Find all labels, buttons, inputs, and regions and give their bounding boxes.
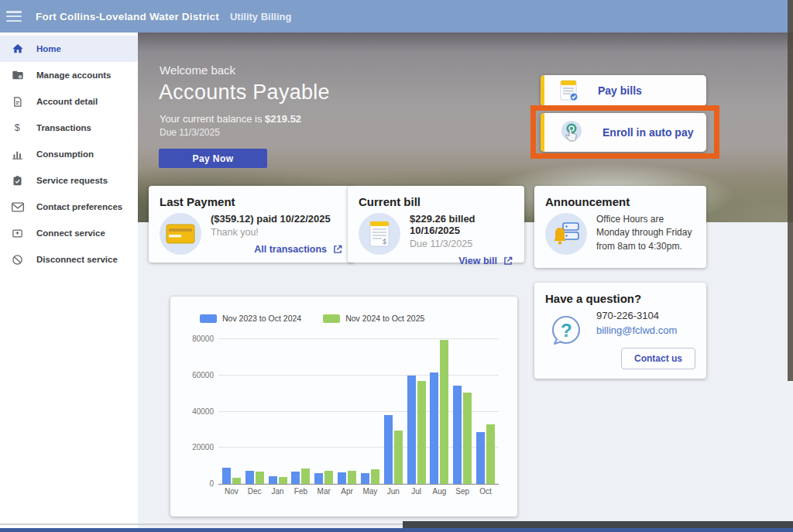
x-axis-tick-label: Feb — [294, 487, 307, 496]
bar-group: Aug — [430, 340, 448, 484]
folder-gear-icon — [11, 69, 24, 82]
legend-label: Nov 2023 to Oct 2024 — [222, 314, 301, 323]
account-name: Accounts Payable — [159, 81, 330, 105]
sidebar-item-contact-preferences[interactable]: Contact preferences — [0, 194, 138, 220]
y-axis-tick-label: 80000 — [192, 335, 214, 343]
bar — [371, 469, 379, 484]
sidebar-item-manage-accounts[interactable]: Manage accounts — [0, 62, 138, 88]
bar-group: Dec — [245, 340, 264, 484]
sidebar-item-consumption[interactable]: Consumption — [0, 141, 138, 167]
x-axis-tick-label: Dec — [248, 487, 262, 496]
y-axis-tick-label: 60000 — [192, 370, 214, 379]
x-axis-tick-label: May — [362, 487, 377, 496]
x-axis-tick-label: Oct — [479, 487, 492, 496]
current-bill-amount: $229.26 billed 10/16/2025 — [410, 213, 513, 236]
svg-text:$: $ — [383, 238, 386, 245]
contact-us-button[interactable]: Contact us — [621, 348, 695, 369]
connect-icon — [11, 227, 24, 240]
pay-bills-label: Pay bills — [598, 84, 642, 97]
bar-group: Nov — [222, 340, 241, 484]
receipt-icon: $ — [359, 213, 400, 255]
bar — [314, 473, 323, 484]
bar-group: Mar — [314, 340, 333, 484]
hamburger-icon[interactable] — [6, 11, 22, 22]
bar — [486, 424, 495, 484]
view-bill-link[interactable]: View bill — [410, 256, 513, 266]
x-axis-tick-label: Jan — [272, 487, 284, 496]
balance-text: Your current balance is $219.52 — [160, 113, 301, 125]
y-axis-tick-label: 40000 — [192, 407, 214, 415]
sidebar-item-service-requests[interactable]: Service requests — [0, 167, 138, 194]
bar — [324, 471, 333, 484]
legend-item-2024: Nov 2023 to Oct 2024 — [200, 314, 301, 323]
yellow-stripe — [541, 75, 544, 106]
question-bubble-icon: ? — [545, 310, 587, 352]
bar-group: Jul — [407, 340, 426, 484]
have-a-question-card: Have a question? ? 970-226-3104 billing@… — [534, 283, 706, 379]
sidebar-item-disconnect-service[interactable]: Disconnect service — [0, 246, 138, 273]
enroll-auto-pay-button[interactable]: Enroll in auto pay — [541, 113, 706, 152]
document-icon — [11, 95, 24, 108]
current-bill-card: Current bill $ $229.26 billed 10/16/2025… — [348, 186, 524, 263]
sidebar-item-label: Service requests — [36, 176, 108, 185]
x-axis-tick-label: Jul — [411, 487, 421, 496]
announcement-card: Announcement Office Hours are Monday thr… — [534, 186, 706, 268]
all-transactions-link[interactable]: All transactions — [211, 244, 343, 255]
x-axis-tick-label: Aug — [432, 487, 446, 496]
legend-swatch-green — [323, 314, 340, 323]
screen-edge-artifact — [403, 521, 793, 528]
last-payment-card: Last Payment ($359.12) paid 10/22/2025 T… — [149, 186, 354, 263]
bar-group: May — [361, 340, 379, 484]
bar — [269, 476, 277, 484]
sidebar-item-label: Manage accounts — [36, 70, 112, 80]
screen-edge-artifact — [0, 528, 793, 532]
card-title: Current bill — [359, 195, 513, 208]
x-axis-tick-label: Sep — [455, 487, 469, 496]
sidebar-item-transactions[interactable]: $ Transactions — [0, 115, 138, 141]
x-axis-tick-label: Apr — [341, 487, 353, 496]
bar-group: Feb — [291, 340, 310, 484]
main-content: Welcome back Accounts Payable Your curre… — [138, 33, 793, 532]
bar-group: Jan — [269, 340, 287, 484]
bill-icon — [559, 79, 579, 102]
legend-swatch-blue — [200, 314, 217, 323]
bar-group: Apr — [338, 340, 356, 484]
sidebar-item-account-detail[interactable]: Account detail — [0, 88, 138, 115]
bar — [430, 372, 438, 484]
current-bill-due: Due 11/3/2025 — [410, 239, 513, 249]
bar — [394, 431, 403, 484]
sidebar-item-label: Disconnect service — [36, 255, 118, 264]
pay-bills-button[interactable]: Pay bills — [541, 75, 706, 106]
y-axis-tick-label: 20000 — [192, 443, 214, 451]
x-axis-tick-label: Jun — [387, 487, 400, 496]
legend-item-2025: Nov 2024 to Oct 2025 — [323, 314, 424, 323]
balance-amount: $219.52 — [265, 113, 301, 125]
phone-number: 970-226-3104 — [596, 310, 695, 321]
sidebar-item-label: Home — [36, 44, 61, 53]
bar — [338, 472, 346, 484]
bar — [279, 477, 287, 484]
card-title: Last Payment — [160, 195, 343, 208]
bar-chart-icon — [11, 148, 24, 161]
announcement-text: Office Hours are Monday through Friday f… — [596, 213, 695, 253]
bar — [256, 472, 264, 484]
last-payment-amount: ($359.12) paid 10/22/2025 — [211, 213, 343, 225]
enroll-auto-pay-label: Enroll in auto pay — [602, 126, 693, 139]
bar — [384, 415, 393, 484]
email-link[interactable]: billing@fclwd.com — [596, 324, 695, 336]
sidebar-nav: Home Manage accounts Account detail $ Tr… — [0, 33, 138, 532]
external-link-icon — [332, 244, 343, 255]
balance-prefix: Your current balance is — [160, 113, 265, 125]
chart-legend: Nov 2023 to Oct 2024 Nov 2024 to Oct 202… — [200, 314, 506, 323]
sidebar-item-label: Account detail — [36, 97, 98, 106]
all-transactions-label: All transactions — [254, 244, 327, 255]
bar — [361, 473, 369, 484]
sidebar-item-home[interactable]: Home — [0, 36, 138, 62]
external-link-icon — [503, 256, 513, 266]
sidebar-item-connect-service[interactable]: Connect service — [0, 220, 138, 246]
bar — [440, 340, 448, 484]
chart-plot: 020000400006000080000NovDecJanFebMarAprM… — [218, 340, 499, 485]
sidebar-item-label: Contact preferences — [36, 202, 122, 211]
bar — [407, 376, 416, 484]
pay-now-button[interactable]: Pay Now — [159, 149, 267, 168]
